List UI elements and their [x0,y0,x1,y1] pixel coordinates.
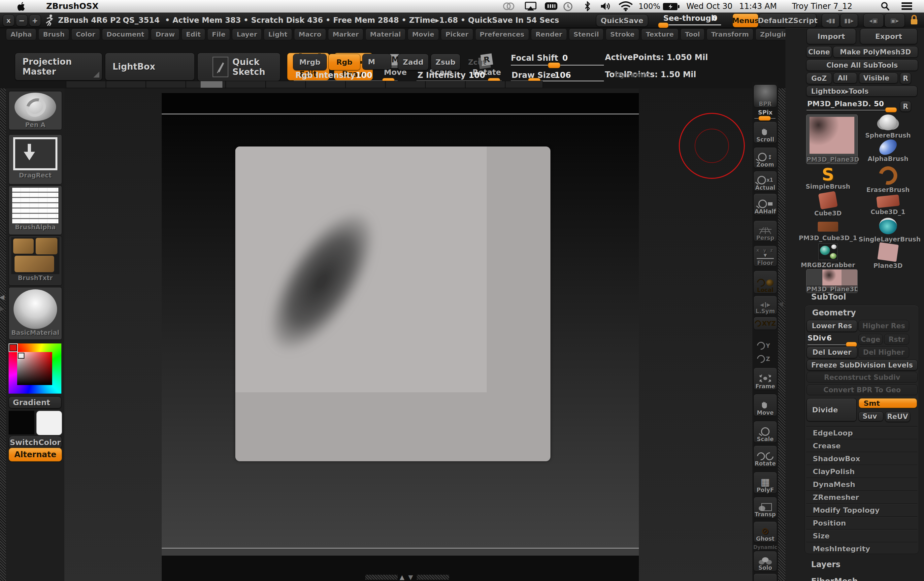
partial-button[interactable] [753,573,777,581]
section-size[interactable]: Size [806,529,917,542]
projection-master-button[interactable]: Projection Master [15,53,102,81]
subtool-section-header[interactable]: SubTool [811,292,846,302]
menu-light[interactable]: Light [264,28,292,40]
tool-slot-cube3d-1[interactable]: Cube3D_1 [859,192,917,217]
plane3d-active-surface[interactable] [235,147,487,392]
menubar-app-name[interactable]: ZBrushOSX [46,1,99,11]
transp-button[interactable]: Transp [753,497,777,518]
menu-layer[interactable]: Layer [232,28,262,40]
sv-selector[interactable] [18,353,25,359]
secondary-color-swatch[interactable] [36,411,62,435]
smt-button[interactable]: Smt [859,398,917,408]
notification-center-icon[interactable] [902,2,912,10]
rgb-button[interactable]: Rgb [328,54,360,70]
menus-button[interactable]: Menus [733,13,758,27]
menu-macro[interactable]: Macro [294,28,326,40]
menu-marker[interactable]: Marker [328,28,363,40]
lsym-button[interactable]: ◀ ▶ L.Sym [753,295,777,315]
solo-button[interactable]: Solo [753,551,777,571]
export-button[interactable]: Export [860,28,917,44]
menu-movie[interactable]: Movie [408,28,439,40]
clone-button[interactable]: Clone [806,46,832,58]
menu-brush[interactable]: Brush [38,28,69,40]
menubar-user[interactable]: Troy Tiner 7_12 [792,2,852,11]
section-zremesher[interactable]: ZRemesher [806,490,917,504]
canvas[interactable]: ▲ ▼ [64,88,752,581]
current-alpha[interactable]: BrushAlpha [8,185,62,235]
menu-edit[interactable]: Edit [182,28,205,40]
current-material[interactable]: BasicMaterial [8,287,62,340]
fibermesh-section-header[interactable]: FiberMesh [811,577,858,581]
tablet-icon[interactable] [544,2,558,10]
tool-slot-pm3d-plane3d[interactable]: PM3D_Plane3D [806,269,858,293]
right-divider-arrow-icon[interactable]: ◀ [778,300,783,307]
wifi-icon[interactable] [619,1,633,11]
main-color-large-swatch[interactable] [8,411,34,434]
lock-icon[interactable] [909,15,919,26]
section-dynamesh[interactable]: DynaMesh [806,478,917,491]
frame-button[interactable]: Frame [753,368,777,390]
mrgb-button[interactable]: Mrgb [293,54,327,70]
tool-slot-pm3d-cube3d-1[interactable]: PM3D_Cube3D_1 [799,218,857,242]
make-polymesh3d-button[interactable]: Make PolyMesh3D [833,46,918,58]
color-picker[interactable] [8,343,61,394]
section-meshintegrity[interactable]: MeshIntegrity [806,542,917,555]
sv-square[interactable] [17,352,52,385]
switch-color-button[interactable]: SwitchColor [8,436,62,449]
geometry-section-header[interactable]: Geometry [812,308,856,317]
reuv-button[interactable]: ReUV [885,411,910,422]
menubar-date[interactable]: Wed Oct 30 [686,2,733,11]
creative-cloud-icon[interactable] [503,2,515,11]
tool-slot-spherebrush[interactable]: SphereBrush [859,114,917,139]
shelf-scrollbar[interactable] [66,81,543,88]
apple-menu-icon[interactable] [17,2,25,11]
clone-all-subtools-button[interactable]: Clone All SubTools [806,59,918,71]
divider-arrow-right-icon[interactable]: ▶ [0,305,4,312]
active-tool-r-button[interactable]: R [900,101,911,112]
goz-r-button[interactable]: R [900,73,911,84]
menu-transform[interactable]: Transform [706,28,753,40]
menu-tool[interactable]: Tool [680,28,705,40]
divider-left-button[interactable]: ◂▮▮ [822,13,840,27]
menu-render[interactable]: Render [531,28,567,40]
current-brush[interactable]: Pen A [8,91,62,130]
handle-arrow-down-icon[interactable]: ▼ [408,573,413,581]
spotlight-icon[interactable] [880,2,890,11]
menu-stroke[interactable]: Stroke [606,28,639,40]
rotate-z-icon[interactable]: Z [757,355,770,363]
menu-texture[interactable]: Texture [641,28,678,40]
selected-tool-slot[interactable]: PM3D_Plane3D [806,114,858,164]
window-minimize-button[interactable]: − [16,15,28,26]
airplay-icon[interactable] [524,2,537,11]
menubar-time[interactable]: 11:43 AM [739,2,777,11]
zsub-button[interactable]: Zsub [431,54,460,70]
floor-button[interactable]: x y z ▼ Floor [753,246,777,267]
move-strip-button[interactable]: Move [753,394,777,416]
lower-res-button[interactable]: Lower Res [807,320,857,332]
rotate-y-icon[interactable]: Y [757,342,770,350]
gradient-button[interactable]: Gradient [8,396,61,408]
bpr-button[interactable]: BPR [753,84,777,107]
freeze-subdivision-button[interactable]: Freeze SubDivision Levels [807,360,918,370]
tool-slot-plane3d[interactable]: Plane3D [859,243,917,268]
time-machine-icon[interactable] [563,2,573,12]
volume-icon[interactable] [600,2,611,11]
left-tray-divider[interactable]: ◀ ▶ [0,88,6,581]
tray-resize-handle-right[interactable] [417,575,449,580]
section-position[interactable]: Position [806,516,917,530]
main-color-swatch[interactable] [9,344,17,352]
plane3d-mesh[interactable] [235,147,550,461]
current-stroke[interactable]: DragRect [8,134,62,185]
import-button[interactable]: Import [807,28,856,44]
section-claypolish[interactable]: ClayPolish [806,465,917,478]
lightbox-button[interactable]: LightBox [105,53,195,81]
m-button[interactable]: M [362,54,391,69]
right-tray-divider[interactable]: ◀ [778,88,785,581]
menu-alpha[interactable]: Alpha [6,28,36,40]
section-modify-topology[interactable]: Modify Topology [806,503,917,517]
spix-slider-knob[interactable] [758,116,771,121]
menu-color[interactable]: Color [71,28,100,40]
menu-picker[interactable]: Picker [441,28,473,40]
tray-resize-handle-left[interactable] [365,575,398,580]
tool-slot-alphabrush[interactable]: AlphaBrush [859,140,917,165]
